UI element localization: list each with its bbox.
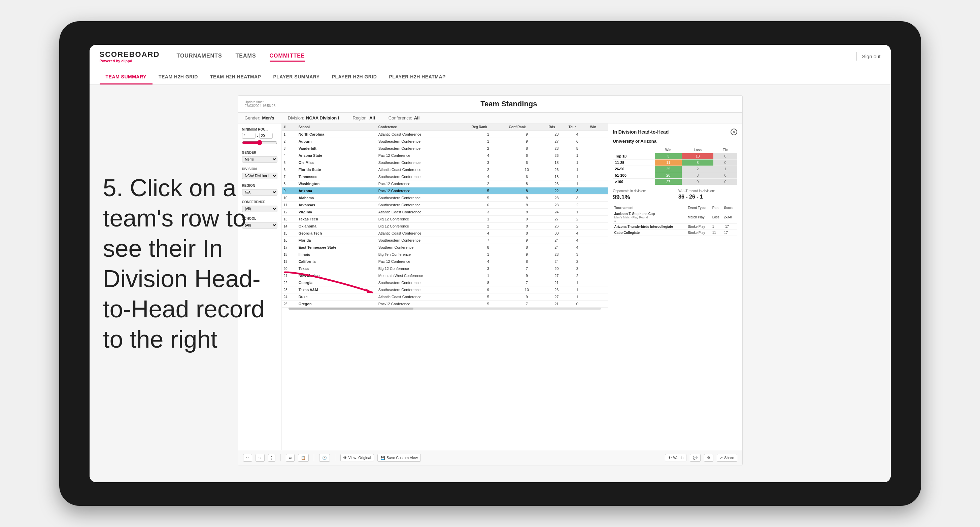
table-row[interactable]: 8 Washington Pac-12 Conference 2 8 23 1 xyxy=(282,180,608,187)
region-select[interactable]: N/A xyxy=(242,189,277,195)
conference-filter: Conference: All xyxy=(388,116,420,121)
sidebar-filters: Minimum Rou... - Gender Men's xyxy=(238,124,282,450)
gender-select[interactable]: Men's xyxy=(242,156,277,162)
sign-out-button[interactable]: Sign out xyxy=(862,54,880,59)
h2h-grid-header: Win Loss Tie xyxy=(613,147,737,153)
table-row[interactable]: 19 California Pac-12 Conference 4 8 24 2 xyxy=(282,258,608,265)
logo-title: SCOREBOARD xyxy=(100,50,160,59)
min-rounds-slider[interactable] xyxy=(242,140,277,145)
table-row[interactable]: 12 Virginia Atlantic Coast Conference 3 … xyxy=(282,209,608,216)
sub-nav: TEAM SUMMARY TEAM H2H GRID TEAM H2H HEAT… xyxy=(89,68,891,85)
min-rounds-range: - xyxy=(242,133,277,139)
division-select[interactable]: NCAA Division I xyxy=(242,173,277,179)
tab-player-summary[interactable]: PLAYER SUMMARY xyxy=(267,70,326,84)
col-rds: Rds xyxy=(547,124,566,131)
settings-button[interactable]: ⚙ xyxy=(704,454,713,462)
table-row[interactable]: 1 North Carolina Atlantic Coast Conferen… xyxy=(282,131,608,138)
share-button[interactable]: ↗ Share xyxy=(717,454,737,462)
tablet-shell: SCOREBOARD Powered by clippd TOURNAMENTS… xyxy=(59,21,921,506)
panel-title: Team Standings xyxy=(282,100,735,108)
nav-committee[interactable]: COMMITTEE xyxy=(270,51,305,62)
table-row[interactable]: 22 Georgia Southeastern Conference 8 7 2… xyxy=(282,279,608,286)
dashboard-panel: Update time: 27/03/2024 16:56:26 Team St… xyxy=(238,95,743,465)
col-school: School xyxy=(297,124,376,131)
scroll-bar[interactable] xyxy=(288,308,601,310)
col-win: Win xyxy=(588,124,608,131)
division-group: Division NCAA Division I xyxy=(242,167,277,179)
clock-button[interactable]: 🕐 xyxy=(319,454,330,462)
h2h-close-button[interactable]: ✕ xyxy=(730,129,737,135)
opponents-stat: Opponents in division: 99.1% xyxy=(613,189,672,201)
school-select[interactable]: (All) xyxy=(242,222,277,229)
update-time: Update time: 27/03/2024 16:56:26 xyxy=(245,100,276,108)
watch-icon: 👁 xyxy=(668,456,671,460)
bottom-toolbar: ↩ ↪ ⟩ ⧉ 📋 🕐 👁 View: Original 💾 S xyxy=(238,450,742,465)
table-header-row: # School Conference Reg Rank Conf Rank R… xyxy=(282,124,608,131)
tournament-row-1[interactable]: Jackson T. Stephens Cup Men's Match-Play… xyxy=(613,211,737,224)
table-row[interactable]: 14 Oklahoma Big 12 Conference 2 8 26 2 xyxy=(282,223,608,230)
table-row[interactable]: 17 East Tennessee State Southern Confere… xyxy=(282,244,608,251)
save-custom-button[interactable]: 💾 Save Custom View xyxy=(377,454,421,462)
watch-button[interactable]: 👁 Watch xyxy=(665,454,686,461)
table-row[interactable]: 18 Illinois Big Ten Conference 1 9 23 3 xyxy=(282,251,608,258)
table-row[interactable]: 4 Arizona State Pac-12 Conference 4 6 26… xyxy=(282,152,608,159)
conference-select[interactable]: (All) xyxy=(242,206,277,212)
table-row[interactable]: 20 Texas Big 12 Conference 3 7 20 3 xyxy=(282,265,608,272)
table-row[interactable]: 13 Texas Tech Big 12 Conference 1 9 27 2 xyxy=(282,216,608,223)
table-row[interactable]: 3 Vanderbilt Southeastern Conference 2 8… xyxy=(282,145,608,152)
tablet-screen: SCOREBOARD Powered by clippd TOURNAMENTS… xyxy=(89,45,891,482)
h2h-team-name: University of Arizona xyxy=(613,139,737,144)
school-group: School (All) xyxy=(242,217,277,229)
tournaments-header-row: Tournament Event Type Pos Score xyxy=(613,205,737,211)
min-rounds-from[interactable] xyxy=(242,133,256,139)
tab-team-h2h-grid[interactable]: TEAM H2H GRID xyxy=(153,70,204,84)
undo-button[interactable]: ↩ xyxy=(243,454,252,462)
tab-player-h2h-grid[interactable]: PLAYER H2H GRID xyxy=(326,70,383,84)
min-rounds-to[interactable] xyxy=(259,133,273,139)
table-row[interactable]: 11 Arkansas Southeastern Conference 6 8 … xyxy=(282,202,608,209)
table-row[interactable]: 21 New Mexico Mountain West Conference 1… xyxy=(282,272,608,279)
tournament-row-3[interactable]: Cabo Collegiate Stroke Play 11 17 xyxy=(613,230,737,236)
view-icon: 👁 xyxy=(344,456,347,460)
table-row[interactable]: 25 Oregon Pac-12 Conference 5 7 21 0 xyxy=(282,300,608,308)
conference-group: Conference (All) xyxy=(242,200,277,212)
forward-button[interactable]: ⟩ xyxy=(268,454,275,462)
table-row[interactable]: 6 Florida State Atlantic Coast Conferenc… xyxy=(282,166,608,173)
h2h-stats: Opponents in division: 99.1% W-L-T recor… xyxy=(613,189,737,201)
col-reg-rank: Reg Rank xyxy=(469,124,507,131)
table-area: # School Conference Reg Rank Conf Rank R… xyxy=(282,124,608,450)
table-row[interactable]: 23 Texas A&M Southeastern Conference 9 1… xyxy=(282,286,608,294)
tab-team-h2h-heatmap[interactable]: TEAM H2H HEATMAP xyxy=(204,70,267,84)
table-row[interactable]: 16 Florida Southeastern Conference 7 9 2… xyxy=(282,237,608,244)
redo-button[interactable]: ↪ xyxy=(256,454,265,462)
table-row[interactable]: 7 Tennessee Southeastern Conference 4 6 … xyxy=(282,173,608,180)
col-conference: Conference xyxy=(376,124,469,131)
logo-sub: Powered by clippd xyxy=(100,59,160,63)
col-conf-rank: Conf Rank xyxy=(507,124,547,131)
view-original-button[interactable]: 👁 View: Original xyxy=(340,454,374,461)
main-content: 5. Click on a team's row to see their In… xyxy=(89,85,891,482)
tab-player-h2h-heatmap[interactable]: PLAYER H2H HEATMAP xyxy=(383,70,452,84)
h2h-row-top10: Top 10 3 13 0 xyxy=(613,153,737,160)
table-row[interactable]: 24 Duke Atlantic Coast Conference 5 9 27… xyxy=(282,294,608,300)
table-row[interactable]: 2 Auburn Southeastern Conference 1 9 27 … xyxy=(282,138,608,145)
tab-team-summary[interactable]: TEAM SUMMARY xyxy=(100,70,153,84)
table-row[interactable]: 9 Arizona Pac-12 Conference 5 8 22 3 xyxy=(282,187,608,195)
save-icon: 💾 xyxy=(380,456,385,460)
h2h-row-100plus: >100 27 0 0 xyxy=(613,179,737,185)
comment-button[interactable]: 💬 xyxy=(690,454,701,462)
min-rounds-group: Minimum Rou... - xyxy=(242,127,277,146)
standings-table: # School Conference Reg Rank Conf Rank R… xyxy=(282,124,608,308)
tournament-row-2[interactable]: Arizona Thunderbirds Intercollegiate Str… xyxy=(613,224,737,230)
table-row[interactable]: 15 Georgia Tech Atlantic Coast Conferenc… xyxy=(282,230,608,237)
panel-body: Minimum Rou... - Gender Men's xyxy=(238,124,742,450)
nav-teams[interactable]: TEAMS xyxy=(235,51,256,62)
panel-header: Update time: 27/03/2024 16:56:26 Team St… xyxy=(238,95,742,113)
h2h-row-11-25: 11-25 11 8 0 xyxy=(613,160,737,166)
table-row[interactable]: 10 Alabama Southeastern Conference 5 8 2… xyxy=(282,195,608,202)
table-row[interactable]: 5 Ole Miss Southeastern Conference 3 6 1… xyxy=(282,159,608,166)
copy-button[interactable]: ⧉ xyxy=(286,454,294,462)
nav-tournaments[interactable]: TOURNAMENTS xyxy=(177,51,222,62)
paste-button[interactable]: 📋 xyxy=(298,454,309,462)
header-separator xyxy=(856,52,857,60)
